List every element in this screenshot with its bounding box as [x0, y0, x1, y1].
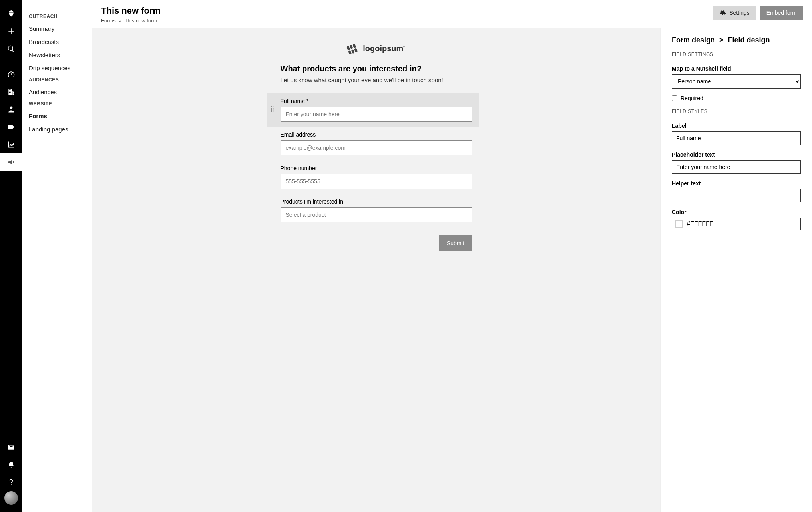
form-logo: logoipsum•: [281, 44, 472, 53]
color-field-label: Color: [672, 209, 801, 215]
sidebar-item-broadcasts[interactable]: Broadcasts: [22, 35, 92, 48]
chart-icon[interactable]: [0, 136, 22, 153]
breadcrumb-root[interactable]: Forms: [101, 18, 116, 24]
logo-text: logoipsum•: [363, 44, 405, 53]
panel-crumb-form[interactable]: Form design: [672, 36, 715, 44]
sidebar-item-audiences[interactable]: Audiences: [22, 85, 92, 99]
submit-button[interactable]: Submit: [439, 235, 472, 251]
gauge-icon[interactable]: [0, 65, 22, 83]
field-label: Email address: [281, 131, 472, 138]
sidebar-section-audiences: AUDIENCES: [22, 75, 92, 85]
helper-input[interactable]: [672, 189, 801, 202]
field-design-panel: Form design > Field design FIELD SETTING…: [660, 28, 812, 512]
label-field-label: Label: [672, 123, 801, 129]
fullname-input[interactable]: [281, 107, 472, 122]
color-swatch[interactable]: [675, 220, 683, 228]
help-icon[interactable]: [0, 474, 22, 491]
panel-breadcrumb: Form design > Field design: [672, 36, 801, 44]
color-input-row[interactable]: #FFFFFF: [672, 218, 801, 230]
placeholder-input[interactable]: [672, 160, 801, 174]
megaphone-icon[interactable]: [0, 153, 22, 171]
workspace: logoipsum• What products are you interes…: [92, 28, 812, 512]
breadcrumb: Forms > This new form: [101, 18, 161, 24]
page-title: This new form: [101, 6, 161, 16]
form-canvas: logoipsum• What products are you interes…: [92, 28, 660, 512]
sidebar: OUTREACH Summary Broadcasts Newsletters …: [22, 0, 92, 512]
settings-button[interactable]: Settings: [713, 6, 756, 20]
plus-icon[interactable]: [0, 22, 22, 40]
email-input[interactable]: [281, 140, 472, 155]
field-label: Full name *: [281, 98, 472, 104]
form-field-fullname[interactable]: ⠿⠿ Full name *: [267, 93, 479, 127]
icon-rail: [0, 0, 22, 512]
breadcrumb-current: This new form: [125, 18, 157, 24]
section-field-styles: FIELD STYLES: [672, 109, 801, 117]
color-value: #FFFFFF: [687, 220, 714, 228]
user-avatar[interactable]: [4, 491, 18, 505]
form-field-products[interactable]: Products I'm interested in: [267, 194, 479, 227]
form-field-phone[interactable]: Phone number: [267, 160, 479, 194]
map-label: Map to a Nutshell field: [672, 65, 801, 72]
required-checkbox[interactable]: [672, 95, 677, 101]
sidebar-item-drip[interactable]: Drip sequences: [22, 62, 92, 75]
placeholder-field-label: Placeholder text: [672, 151, 801, 158]
search-icon[interactable]: [0, 40, 22, 58]
required-label: Required: [681, 95, 703, 101]
form-subheading: Let us know what caught your eye and we'…: [281, 77, 472, 83]
field-label: Phone number: [281, 165, 472, 171]
sidebar-section-outreach: OUTREACH: [22, 11, 92, 22]
embed-form-button[interactable]: Embed form: [760, 6, 803, 20]
topbar: This new form Forms > This new form Sett…: [92, 0, 812, 28]
field-label: Products I'm interested in: [281, 198, 472, 205]
gear-icon: [720, 10, 726, 16]
person-icon[interactable]: [0, 101, 22, 118]
phone-input[interactable]: [281, 174, 472, 189]
form-preview: logoipsum• What products are you interes…: [281, 44, 472, 251]
panel-crumb-field: Field design: [728, 36, 770, 44]
sidebar-item-summary[interactable]: Summary: [22, 22, 92, 35]
mail-icon[interactable]: [0, 439, 22, 456]
label-input[interactable]: [672, 131, 801, 145]
products-input[interactable]: [281, 207, 472, 222]
logo-mark-icon: [346, 42, 360, 54]
form-heading: What products are you interested in?: [281, 64, 472, 73]
map-field-select[interactable]: Person name: [672, 74, 801, 89]
drag-handle-icon[interactable]: ⠿⠿: [270, 108, 274, 112]
building-icon[interactable]: [0, 83, 22, 101]
sidebar-item-forms[interactable]: Forms: [22, 109, 92, 123]
sidebar-item-newsletters[interactable]: Newsletters: [22, 48, 92, 62]
sidebar-item-landing[interactable]: Landing pages: [22, 123, 92, 136]
helper-field-label: Helper text: [672, 180, 801, 187]
form-field-email[interactable]: Email address: [267, 127, 479, 160]
main: This new form Forms > This new form Sett…: [92, 0, 812, 512]
sidebar-section-website: WEBSITE: [22, 99, 92, 109]
section-field-settings: FIELD SETTINGS: [672, 52, 801, 60]
price-tag-icon[interactable]: [0, 118, 22, 136]
acorn-icon[interactable]: [0, 5, 22, 22]
bell-icon[interactable]: [0, 456, 22, 474]
